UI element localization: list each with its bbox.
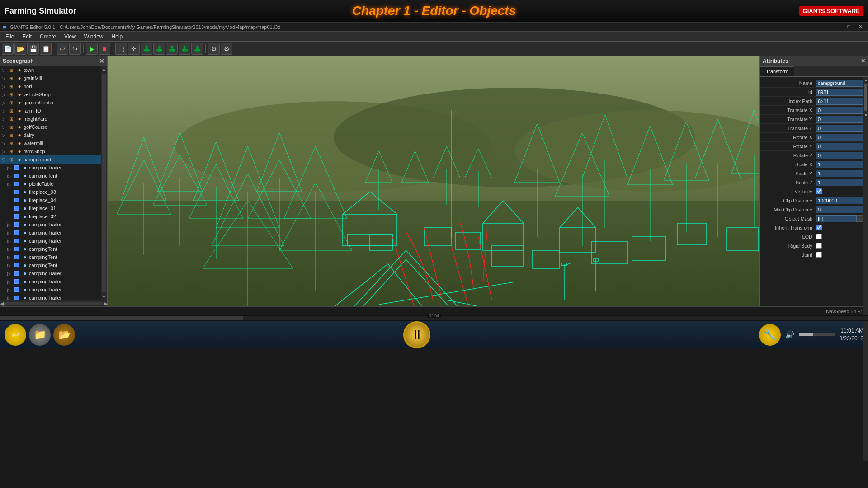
volume-slider[interactable] [799,333,835,336]
minimize-btn[interactable]: ─ [833,24,842,30]
expander-golfcourse[interactable]: ▷ [2,125,7,130]
tree-item-campground[interactable]: ▽ ⊞ ● campground [0,155,101,164]
expander-ctent0[interactable]: ▷ [7,174,13,178]
expander-ctent2[interactable]: ▷ [7,255,13,260]
expander-ct6[interactable]: ▷ [7,287,13,292]
expander-pt[interactable]: ▷ [7,182,13,187]
attr-id-input[interactable] [816,89,868,96]
tree-item-ctent2[interactable]: ▷ ● campingTent [0,253,101,261]
expander-ct4[interactable]: ▷ [7,271,13,276]
tree-item-ct3[interactable]: ▷ ● campingTrailer [0,237,101,245]
toolbar-new[interactable]: 📄 [2,43,14,55]
attr-joint-check[interactable] [816,252,822,258]
attributes-close[interactable]: ✕ [861,58,865,64]
scenegraph-close[interactable]: ✕ [99,57,104,65]
toolbar-save[interactable]: 💾 [27,43,39,55]
toolbar-tree4[interactable]: 🌲 [179,43,190,55]
toolbar-play[interactable]: ▶ [86,43,98,55]
expander-freightyard[interactable]: ▷ [2,117,7,122]
tree-item-ctent3[interactable]: ▷ ● campingTent [0,261,101,269]
expander-grainmill[interactable]: ▷ [2,76,7,81]
attr-scroll-down[interactable]: ▼ [863,112,868,118]
expander-farmshop[interactable]: ▷ [2,149,7,154]
tree-item-farmshop[interactable]: ▷ ⊞ ● farmShop [0,147,101,155]
menu-view[interactable]: View [61,33,80,41]
taskbar-files-btn[interactable]: 📁 [29,324,51,346]
tab-transform[interactable]: Transform [760,66,794,76]
tree-vscroll[interactable]: ▲ ▼ [101,66,107,300]
tree-item-vehicleshop[interactable]: ▷ ⊞ ● vehicleShop [0,90,101,99]
toolbar-save-as[interactable]: 📋 [40,43,52,55]
tree-item-ct5[interactable]: ▷ ● campingTrailer [0,277,101,286]
tree-item-town[interactable]: ▷ ⊞ ● town [0,66,101,74]
tree-item-ct2[interactable]: ▷ ● campingTrailer [0,229,101,237]
expander-farmhq[interactable]: ▷ [2,108,7,113]
expander-port[interactable]: ▷ [2,84,7,89]
toolbar-tree1[interactable]: 🌲 [141,43,152,55]
attr-roty-input[interactable] [816,143,868,150]
toolbar-tree2[interactable]: 🌲 [153,43,165,55]
menu-help[interactable]: Help [108,33,127,41]
expander-vehicleshop[interactable]: ▷ [2,92,7,97]
attr-vscroll[interactable]: ▲ ▼ [863,77,868,461]
tree-item-ct1[interactable]: ▷ ● campingTrailer [0,221,101,229]
tree-item-fireplace03[interactable]: ● fireplace_03 [0,188,101,196]
expander-ct1[interactable]: ▷ [7,222,13,227]
tree-item-farmhq[interactable]: ▷ ⊞ ● farmHQ [0,107,101,115]
viewport[interactable]: Distance 965.31 Triangles 423128 Vertice… [108,56,760,306]
attr-lod-check[interactable] [816,234,822,239]
toolbar-settings2[interactable]: ⚙ [221,43,232,55]
hscroll-left[interactable]: ◀ [0,300,4,307]
attr-inherittransform-check[interactable] [816,225,822,230]
toolbar-select[interactable]: ⬚ [115,43,127,55]
attr-transx-input[interactable] [816,107,868,114]
attr-clipdist-input[interactable] [816,197,868,204]
attr-name-input[interactable] [816,80,868,87]
tree-item-dairy[interactable]: ▷ ⊞ ● dairy [0,131,101,139]
attr-scroll-up[interactable]: ▲ [863,77,868,83]
expander-town[interactable]: ▷ [2,68,7,73]
attr-transy-input[interactable] [816,116,868,123]
maximize-btn[interactable]: □ [844,24,853,30]
tree-item-campingtrailer0[interactable]: ▷ ● campingTrailer [0,164,101,172]
toolbar-open[interactable]: 📂 [14,43,26,55]
tree-item-golfcourse[interactable]: ▷ ⊞ ● golfCourse [0,123,101,131]
toolbar-undo[interactable]: ↩ [57,43,68,55]
tree-item-watermill[interactable]: ▷ ⊞ ● watermill [0,139,101,147]
expander-dairy[interactable]: ▷ [2,133,7,138]
taskbar-back-btn[interactable]: ↩ [5,324,26,346]
expander-gardencenter[interactable]: ▷ [2,100,7,105]
tree-item-ct7[interactable]: ▷ ● campingTrailer [0,294,101,300]
expander-ct0[interactable]: ▷ [7,165,13,170]
attr-visibility-check[interactable] [816,188,822,194]
scroll-up[interactable]: ▲ [101,66,107,73]
close-btn[interactable]: ✕ [856,24,865,30]
menu-window[interactable]: Window [80,33,107,41]
taskbar-folder-btn[interactable]: 📂 [53,324,75,346]
hscroll-right[interactable]: ▶ [104,300,107,307]
attr-transz-input[interactable] [816,125,868,132]
attr-scroll-thumb[interactable] [864,84,867,111]
attr-scalez-input[interactable] [816,179,868,186]
toolbar-tree3[interactable]: 🌲 [166,43,178,55]
expander-ct7[interactable]: ▷ [7,296,13,300]
tree-hscroll[interactable]: ◀ ▶ [0,300,107,306]
tree-item-port[interactable]: ▷ ⊞ ● port [0,82,101,90]
expander-ct5[interactable]: ▷ [7,279,13,284]
attr-scaley-input[interactable] [816,170,868,177]
tree-item-ct4[interactable]: ▷ ● campingTrailer [0,269,101,277]
expander-campground[interactable]: ▽ [2,157,7,162]
expander-watermill[interactable]: ▷ [2,141,7,146]
tree-item-fireplace01[interactable]: ● fireplace_01 [0,204,101,212]
tree-item-grainmill[interactable]: ▷ ⊞ ● grainMill [0,74,101,82]
attr-objmask-input[interactable] [816,215,857,222]
tree-item-fireplace04[interactable]: ● fireplace_04 [0,196,101,204]
expander-ct3[interactable]: ▷ [7,239,13,244]
menu-edit[interactable]: Edit [19,33,35,41]
expander-ctent3[interactable]: ▷ [7,263,13,268]
settings-btn[interactable]: 🔧 [759,324,781,346]
toolbar-settings1[interactable]: ⚙ [208,43,220,55]
tree-item-campingtent0[interactable]: ▷ ● campingTent [0,172,101,180]
expander-ct2[interactable]: ▷ [7,230,13,235]
tree-item-ctent1[interactable]: ▷ ● campingTent [0,245,101,253]
